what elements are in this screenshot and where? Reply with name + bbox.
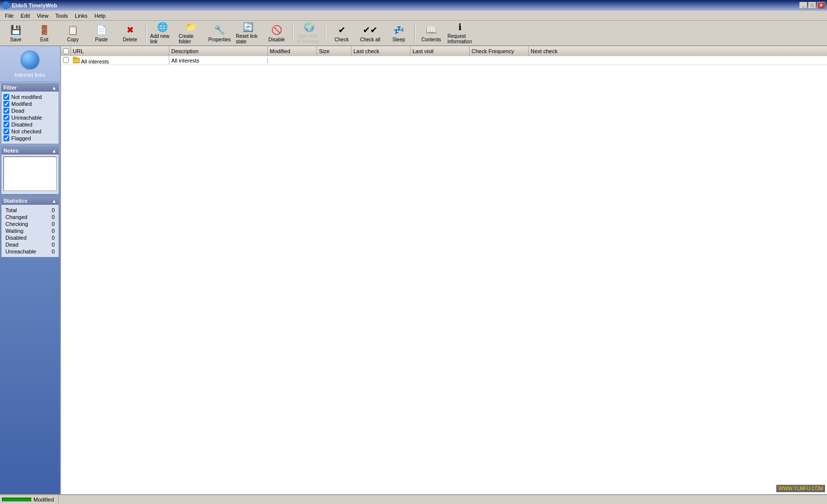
col-size-header[interactable]: Size [317,46,351,56]
menu-help[interactable]: Help [92,12,109,20]
col-lastcheck-header[interactable]: Last check [351,46,411,56]
status-text-segment: Modified [2,495,59,504]
statistics-panel-header[interactable]: Statistics ▲ [1,197,59,205]
stat-disabled: Disabled 0 [3,234,57,241]
request-information-button[interactable]: ℹ Request information [446,22,474,44]
toolbar-sep-3 [325,24,326,42]
copy-label: Copy [67,37,78,42]
filter-not-checked-label: Not checked [11,128,41,134]
menu-links[interactable]: Links [72,12,91,20]
open-link-in-browser-button[interactable]: 🌍 Open link in browser [295,22,323,44]
table-row[interactable]: All interests All interests [61,56,827,65]
open-link-in-browser-label: Open link in browser [297,33,321,44]
stat-waiting: Waiting 0 [3,227,57,234]
col-lastvisit-header[interactable]: Last visit [411,46,470,56]
filter-not-modified-label: Not modified [11,94,42,100]
check-all-button[interactable]: ✔✔ Check all [356,22,384,44]
stat-total-value: 0 [52,207,55,213]
app-title: EldoS TimelyWeb [12,2,57,8]
filter-modified-checkbox[interactable] [3,101,9,107]
sleep-icon: 💤 [393,24,405,36]
maximize-button[interactable]: □ [808,2,816,9]
filter-flagged-label: Flagged [11,135,31,141]
stat-unreachable-label: Unreachable [5,249,36,254]
properties-icon: 🔧 [214,24,225,36]
request-information-icon: ℹ [454,22,466,32]
filter-modified-label: Modified [11,101,32,107]
reset-link-state-button[interactable]: 🔄 Reset link state [234,22,262,44]
watermark: WWW.YLMFU.COM [776,485,825,492]
filter-unreachable-checkbox[interactable] [3,115,9,121]
select-all-checkbox[interactable] [63,48,69,54]
properties-button[interactable]: 🔧 Properties [206,22,233,44]
filter-not-checked-checkbox[interactable] [3,128,9,134]
copy-button[interactable]: 📋 Copy [59,22,87,44]
paste-label: Paste [95,37,108,42]
paste-icon: 📄 [95,24,107,36]
filter-dead-checkbox[interactable] [3,108,9,114]
minimize-button[interactable]: _ [799,2,807,9]
filter-not-modified-checkbox[interactable] [3,94,9,100]
close-button[interactable]: ✕ [817,2,825,9]
sidebar: Internet links Filter ▲ Not modified Mod… [0,46,60,494]
request-information-label: Request information [447,33,472,44]
col-desc-header[interactable]: Description [169,46,268,56]
filter-unreachable-label: Unreachable [11,115,42,121]
notes-collapse-btn[interactable]: ▲ [52,148,57,154]
stat-total: Total 0 [3,207,57,214]
menu-view[interactable]: View [34,12,52,20]
filter-dead: Dead [3,107,57,114]
stat-checking: Checking 0 [3,220,57,227]
notes-textarea[interactable] [3,157,57,191]
col-url-header[interactable]: URL [71,46,169,56]
menu-edit[interactable]: Edit [18,12,33,20]
add-new-link-button[interactable]: 🌐 Add new link [149,22,176,44]
status-text: Modified [33,497,54,503]
col-nextcheck-header[interactable]: Next check [529,46,827,56]
sidebar-internet-links[interactable]: Internet links [0,46,60,82]
delete-button[interactable]: ✖ Delete [116,22,144,44]
save-button[interactable]: 💾 Save [2,22,30,44]
notes-panel: Notes ▲ [1,146,59,194]
create-folder-icon: 📁 [185,22,197,32]
filter-flagged-checkbox[interactable] [3,135,9,141]
create-folder-button[interactable]: 📁 Create folder [177,22,205,44]
filter-disabled-checkbox[interactable] [3,122,9,127]
add-new-link-label: Add new link [150,33,175,44]
notes-panel-header[interactable]: Notes ▲ [1,147,59,155]
exit-button[interactable]: 🚪 Exit [31,22,58,44]
filter-not-modified: Not modified [3,94,57,100]
contents-button[interactable]: 📖 Contents [417,22,445,44]
row-checkbox[interactable] [63,57,69,63]
sleep-label: Sleep [392,37,405,42]
properties-label: Properties [208,37,231,42]
filter-collapse-btn[interactable]: ▲ [52,85,57,91]
stat-checking-label: Checking [5,221,28,227]
notes-title: Notes [3,148,19,154]
col-modified-header[interactable]: Modified [268,46,317,56]
statistics-collapse-btn[interactable]: ▲ [52,198,57,204]
notes-panel-content [1,155,59,194]
check-button[interactable]: ✔ Check [328,22,355,44]
menu-file[interactable]: File [2,12,17,20]
paste-button[interactable]: 📄 Paste [88,22,115,44]
col-checkfreq-header[interactable]: Check Frequency [470,46,529,56]
menu-tools[interactable]: Tools [52,12,71,20]
filter-unreachable: Unreachable [3,114,57,121]
stat-dead-label: Dead [5,242,18,248]
disable-button[interactable]: 🚫 Disable [263,22,290,44]
check-label: Check [335,37,349,42]
disable-label: Disable [268,37,285,42]
stat-unreachable-value: 0 [52,249,55,254]
save-label: Save [10,37,22,42]
exit-label: Exit [40,37,49,42]
filter-dead-label: Dead [11,108,24,114]
sleep-button[interactable]: 💤 Sleep [385,22,413,44]
delete-label: Delete [123,37,137,42]
stat-disabled-label: Disabled [5,235,27,241]
exit-icon: 🚪 [38,24,50,36]
status-bar: Modified [0,494,827,504]
filter-panel-header[interactable]: Filter ▲ [1,84,59,92]
statistics-panel-content: Total 0 Changed 0 Checking 0 Waiting 0 D… [1,205,59,257]
main-layout: Internet links Filter ▲ Not modified Mod… [0,46,827,494]
